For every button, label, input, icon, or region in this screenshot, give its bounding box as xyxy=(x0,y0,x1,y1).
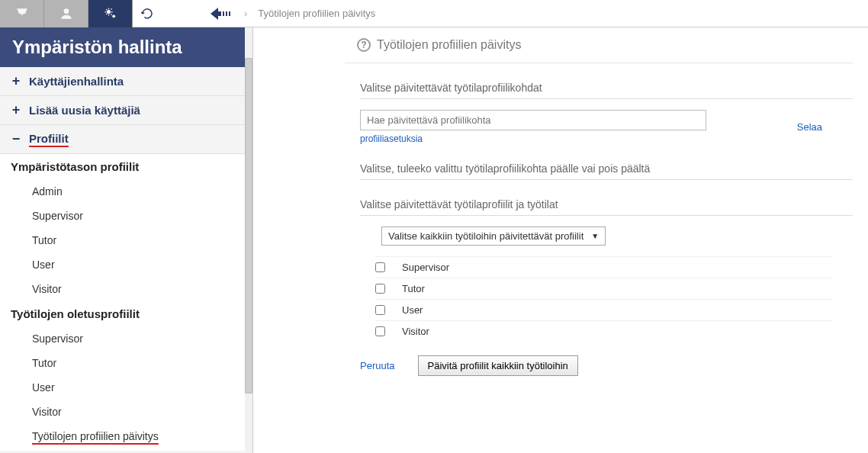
section-heading: Valitse päivitettävät työtilaprofiilit j… xyxy=(360,194,853,216)
checkbox-supervisor[interactable] xyxy=(375,262,385,272)
sidebar-leaf-ws-user[interactable]: User xyxy=(0,375,252,400)
undo-icon[interactable] xyxy=(140,7,154,21)
sidebar-item-profiles[interactable]: − Profiilit xyxy=(0,125,252,154)
sidebar-title: Ympäristön hallinta xyxy=(0,27,252,67)
svg-point-2 xyxy=(112,14,115,18)
search-input[interactable] xyxy=(360,110,706,130)
inbox-icon xyxy=(14,6,30,21)
search-row: profiiliasetuksia Selaa xyxy=(360,110,853,144)
submit-button[interactable]: Päivitä profiilit kaikkiin työtiloihin xyxy=(418,355,578,376)
checkbox-user[interactable] xyxy=(375,305,385,315)
breadcrumb-current: Työtilojen profiilien päivitys xyxy=(258,8,375,19)
plus-icon: + xyxy=(11,102,21,118)
section-heading: Valitse päivitettävät työtilaprofiilikoh… xyxy=(360,77,853,99)
topbar: › Työtilojen profiilien päivitys xyxy=(0,0,868,27)
sidebar-leaf-user[interactable]: User xyxy=(0,252,252,277)
check-label: Supervisor xyxy=(402,262,449,273)
check-row-user: User xyxy=(375,299,833,320)
checkbox-tutor[interactable] xyxy=(375,284,385,294)
svg-point-0 xyxy=(63,8,69,14)
sidebar-body: + Käyttäjienhallinta + Lisää uusia käytt… xyxy=(0,67,252,453)
check-row-tutor: Tutor xyxy=(375,278,833,299)
checkbox-visitor[interactable] xyxy=(375,326,385,336)
content: ? Työtilojen profiilien päivitys Valitse… xyxy=(253,27,868,453)
check-row-supervisor: Supervisor xyxy=(375,256,833,278)
sidebar-subheader-env: Ympäristötason profiilit xyxy=(0,154,252,179)
back-arrow-icon[interactable] xyxy=(211,8,233,20)
page-title: Työtilojen profiilien päivitys xyxy=(377,38,521,52)
select-label: Valitse kaikkiin työtiloihin päivitettäv… xyxy=(388,230,583,242)
check-label: User xyxy=(402,304,423,316)
sidebar-subheader-wsdefaults: Työtilojen oletusprofiilit xyxy=(0,301,252,326)
profile-select[interactable]: Valitse kaikkiin työtiloihin päivitettäv… xyxy=(381,226,606,246)
sidebar-leaf-admin[interactable]: Admin xyxy=(0,179,252,204)
svg-rect-5 xyxy=(229,11,230,16)
content-header: ? Työtilojen profiilien päivitys xyxy=(345,27,853,63)
minus-icon: − xyxy=(11,131,21,147)
sidebar-leaf-supervisor[interactable]: Supervisor xyxy=(0,204,252,228)
cancel-link[interactable]: Peruuta xyxy=(360,360,395,371)
section-profiles-workspaces: Valitse päivitettävät työtilaprofiilit j… xyxy=(360,194,853,376)
tab-user[interactable] xyxy=(44,0,88,27)
sidebar-item-users-mgmt[interactable]: + Käyttäjienhallinta xyxy=(0,67,252,96)
sidebar-leaf-ws-update[interactable]: Työtilojen profiilien päivitys xyxy=(0,424,252,451)
chevron-down-icon: ▼ xyxy=(591,232,599,240)
check-label: Tutor xyxy=(402,283,425,294)
user-icon xyxy=(59,6,74,21)
section-on-off: Valitse, tuleeko valittu työtilaprofiili… xyxy=(360,158,853,180)
sidebar-leaf-ws-tutor[interactable]: Tutor xyxy=(0,351,252,375)
help-icon[interactable]: ? xyxy=(357,38,371,52)
chevron-right-icon: › xyxy=(244,8,247,19)
breadcrumb-bar: › Työtilojen profiilien päivitys xyxy=(133,0,868,27)
topbar-tabs xyxy=(0,0,133,27)
svg-point-1 xyxy=(107,10,111,14)
section-heading: Valitse, tuleeko valittu työtilaprofiili… xyxy=(360,158,853,180)
check-row-visitor: Visitor xyxy=(375,320,833,342)
plus-icon: + xyxy=(11,73,21,89)
sidebar: Ympäristön hallinta + Käyttäjienhallinta… xyxy=(0,27,253,453)
check-label: Visitor xyxy=(402,326,429,337)
tab-inbox[interactable] xyxy=(0,0,44,27)
gears-icon xyxy=(103,6,118,21)
sidebar-item-add-users[interactable]: + Lisää uusia käyttäjiä xyxy=(0,96,252,125)
sidebar-label: Profiilit xyxy=(29,132,69,147)
section-select-items: Valitse päivitettävät työtilaprofiilikoh… xyxy=(360,77,853,144)
sidebar-leaf-visitor[interactable]: Visitor xyxy=(0,277,252,301)
scrollbar-thumb[interactable] xyxy=(245,58,252,394)
svg-rect-3 xyxy=(223,11,224,16)
sidebar-label: Työtilojen profiilien päivitys xyxy=(32,430,159,445)
sidebar-leaf-tutor[interactable]: Tutor xyxy=(0,228,252,252)
svg-rect-4 xyxy=(226,11,227,16)
sidebar-leaf-ws-supervisor[interactable]: Supervisor xyxy=(0,326,252,351)
profile-check-list: Supervisor Tutor User Visitor xyxy=(375,256,853,342)
tab-settings[interactable] xyxy=(88,0,133,27)
main-container: Ympäristön hallinta + Käyttäjienhallinta… xyxy=(0,27,868,453)
sidebar-leaf-ws-visitor[interactable]: Visitor xyxy=(0,400,252,424)
action-row: Peruuta Päivitä profiilit kaikkiin työti… xyxy=(360,355,853,376)
profile-settings-link[interactable]: profiiliasetuksia xyxy=(360,133,423,144)
browse-link[interactable]: Selaa xyxy=(797,121,822,133)
sidebar-label: Käyttäjienhallinta xyxy=(29,75,124,88)
sidebar-label: Lisää uusia käyttäjiä xyxy=(29,104,140,117)
